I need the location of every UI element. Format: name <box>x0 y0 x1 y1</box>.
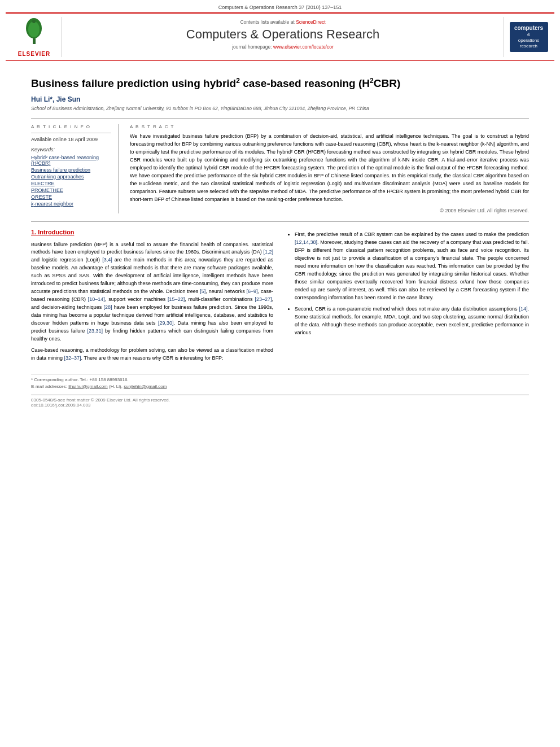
keyword-2[interactable]: Business failure prediction <box>31 167 111 173</box>
ref-23-27[interactable]: [23–27] <box>255 296 272 302</box>
ref-10-14[interactable]: [10–14] <box>88 296 105 302</box>
contents-available-text: Contents lists available at <box>240 19 294 25</box>
doi-copyright: 0305-0548/$-see front matter © 2009 Else… <box>31 397 529 403</box>
header-right: computers & operations research <box>504 17 549 57</box>
email2-link[interactable]: sunjiehin@gmail.com <box>124 384 167 389</box>
journal-homepage-line: journal homepage: www.elsevier.com/locat… <box>73 44 492 50</box>
badge-text2: & <box>512 32 546 37</box>
abstract-text: We have investigated business failure pr… <box>130 133 529 203</box>
body-col-left: 1. Introduction Business failure predict… <box>31 228 273 365</box>
elsevier-logo: ELSEVIER <box>18 17 50 57</box>
doi-number: doi:10.1016/j.cor.2009.04.003 <box>31 403 529 408</box>
title-part1: Business failure prediction using hybrid <box>31 77 236 89</box>
svg-rect-1 <box>33 38 36 44</box>
header-center: Contents lists available at ScienceDirec… <box>62 17 504 57</box>
ref-15-22[interactable]: [15–22] <box>168 296 185 302</box>
homepage-url[interactable]: www.elsevier.com/locate/cor <box>273 44 334 50</box>
title-part2: case-based reasoning (H <box>240 77 370 89</box>
title-part3: CBR) <box>374 77 401 89</box>
badge-text4: research <box>512 43 546 49</box>
keyword-3[interactable]: Outranking approaches <box>31 174 111 180</box>
email-line: E-mail addresses: lihuihui@gmail.com (H.… <box>31 384 529 389</box>
article-info-column: A R T I C L E I N F O Available online 1… <box>31 124 119 213</box>
badge-text3: operations <box>512 38 546 43</box>
bullet-item-2: Second, CBR is a non-parametric method w… <box>295 305 529 337</box>
article-info-title: A R T I C L E I N F O <box>31 124 111 129</box>
body-col-right: First, the predictive result of a CBR sy… <box>287 228 529 365</box>
header-left: ELSEVIER <box>11 17 62 57</box>
ref-32-37[interactable]: [32–37] <box>64 355 81 361</box>
journal-badge: computers & operations research <box>510 22 548 51</box>
abstract-title: A B S T R A C T <box>130 124 529 129</box>
body-section: 1. Introduction Business failure predict… <box>31 228 529 365</box>
ref-5[interactable]: [5] <box>200 289 205 294</box>
journal-title: Computers & Operations Research <box>73 27 492 42</box>
email1-link[interactable]: lihuihui@gmail.com <box>68 384 107 389</box>
badge-title1: computers <box>512 24 546 32</box>
bullet-item-1: First, the predictive result of a CBR sy… <box>295 231 529 302</box>
available-online: Available online 18 April 2009 <box>31 137 111 142</box>
authors: Hui Li*, Jie Sun <box>31 95 529 103</box>
abstract-column: A B S T R A C T We have investigated bus… <box>130 124 529 213</box>
ref-28[interactable]: [28] <box>103 304 112 310</box>
ref-12-14-38[interactable]: [12,14,38] <box>295 239 317 245</box>
copyright-line: © 2009 Elsevier Ltd. All rights reserved… <box>130 208 529 213</box>
ref-23-31[interactable]: [23,31] <box>87 328 103 334</box>
journal-ref-text: Computers & Operations Research 37 (2010… <box>218 5 342 10</box>
corresponding-author-note: * Corresponding author. Tel.: +86 158 88… <box>31 377 529 382</box>
ref-14[interactable]: [14] <box>519 306 527 312</box>
keyword-1[interactable]: Hybrid² case-based reasoning (H²CBR) <box>31 155 111 166</box>
email1-name: (H. Li), <box>109 384 123 389</box>
svg-point-3 <box>28 21 40 37</box>
title-sup2: 2 <box>370 77 374 85</box>
ref-3-4[interactable]: [3,4] <box>102 257 112 263</box>
elsevier-text: ELSEVIER <box>18 51 50 57</box>
ref-1-2[interactable]: [1,2] <box>263 249 273 255</box>
article-title: Business failure prediction using hybrid… <box>31 77 529 91</box>
footer-notes: * Corresponding author. Tel.: +86 158 88… <box>31 374 529 389</box>
email-label: E-mail addresses: <box>31 384 67 389</box>
science-direct-link[interactable]: ScienceDirect <box>296 19 325 25</box>
intro-para-2: Case-based reasoning, a methodology for … <box>31 347 273 362</box>
ref-6-9[interactable]: [6–9] <box>247 289 258 294</box>
info-abstract-section: A R T I C L E I N F O Available online 1… <box>31 118 529 213</box>
ref-29-30[interactable]: [29,30] <box>158 320 174 326</box>
homepage-label: journal homepage: <box>232 44 272 50</box>
author-names: Hui Li*, Jie Sun <box>31 95 80 103</box>
title-sup1: 2 <box>236 77 240 85</box>
science-direct-line: Contents lists available at ScienceDirec… <box>73 19 492 25</box>
keyword-5[interactable]: PROMETHEE <box>31 187 111 193</box>
article-content: Business failure prediction using hybrid… <box>0 61 560 413</box>
section1-heading: 1. Introduction <box>31 228 273 237</box>
section-divider <box>31 221 529 222</box>
footer-bar: 0305-0548/$-see front matter © 2009 Else… <box>31 395 529 408</box>
keyword-6[interactable]: ORESTE <box>31 194 111 200</box>
journal-ref-line: Computers & Operations Research 37 (2010… <box>0 0 560 12</box>
keyword-7[interactable]: k-nearest neighbor <box>31 201 111 207</box>
journal-header: ELSEVIER Contents lists available at Sci… <box>6 12 554 61</box>
bullet-list: First, the predictive result of a CBR sy… <box>287 231 529 337</box>
svg-point-4 <box>32 20 36 23</box>
elsevier-tree-icon <box>19 17 50 48</box>
keyword-4[interactable]: ELECTRE <box>31 181 111 186</box>
page-container: Computers & Operations Research 37 (2010… <box>0 0 560 747</box>
intro-para-1: Business failure prediction (BFP) is a u… <box>31 241 273 343</box>
affiliation: School of Business Administration, Zheji… <box>31 106 529 111</box>
keywords-label: Keywords: <box>31 147 111 152</box>
